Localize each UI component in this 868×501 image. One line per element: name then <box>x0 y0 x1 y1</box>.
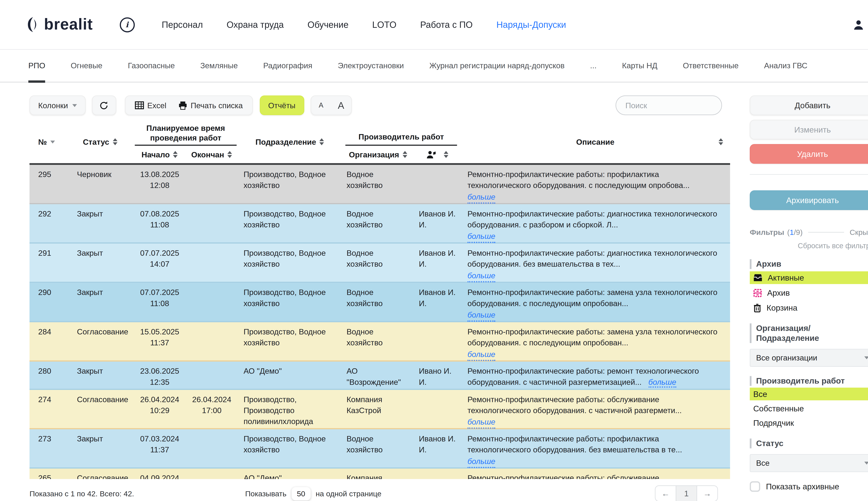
column-header-end[interactable]: Окончан <box>186 146 238 163</box>
font-size-toggle[interactable]: A A <box>310 95 352 115</box>
search-input[interactable] <box>616 95 722 115</box>
producer-option[interactable]: Собственные <box>750 402 868 415</box>
current-page[interactable]: 1 <box>675 486 697 501</box>
reports-button[interactable]: Отчёты <box>260 95 304 115</box>
organization-select-value: Все организации <box>756 353 817 362</box>
column-header-producer-person[interactable] <box>414 146 461 163</box>
tab-item[interactable]: Земляные <box>200 50 238 82</box>
description-header-label: Описание <box>576 137 614 146</box>
column-header-description[interactable]: Описание <box>461 120 730 163</box>
archive-button[interactable]: Архивировать <box>750 190 868 210</box>
sort-icon[interactable] <box>320 138 324 145</box>
status-select[interactable]: Все <box>750 454 868 472</box>
start-time: 11:37 <box>134 337 186 348</box>
table-row[interactable]: 280 Закрыт 23.06.2025 12:35 АО "Демо" <box>30 362 730 390</box>
table-row[interactable]: 290 Закрыт 07.07.2025 11:08 Производство… <box>30 283 730 322</box>
column-header-organization[interactable]: Организация <box>342 146 414 163</box>
actions-and-filters-panel: Добавить Изменить Удалить Архивировать Ф… <box>750 95 868 501</box>
hide-filters-link[interactable]: Скрыть <box>849 228 868 237</box>
cell-organization: АО "Возрождение" <box>342 362 414 389</box>
font-small-option[interactable]: A <box>311 101 331 109</box>
sort-icon[interactable] <box>113 138 117 145</box>
status-select-value: Все <box>756 459 770 468</box>
tab-item[interactable]: Огневые <box>71 50 102 82</box>
cell-status: Согласование <box>66 390 134 429</box>
more-link[interactable]: больше <box>468 456 495 468</box>
add-button[interactable]: Добавить <box>750 95 868 115</box>
filter-section-organization: Организация/ Подразделение <box>750 323 868 343</box>
producer-option[interactable]: Все <box>750 387 868 400</box>
user-profile-icon[interactable] <box>852 18 865 31</box>
more-link[interactable]: больше <box>468 349 495 361</box>
nav-item[interactable]: Охрана труда <box>227 20 284 30</box>
tab-item[interactable]: РПО <box>28 50 45 82</box>
nav-item[interactable]: Работа с ПО <box>420 20 473 30</box>
sort-icon[interactable] <box>444 151 448 158</box>
table-row[interactable]: 284 Согласование 15.05.2025 11:37 Произв… <box>30 322 730 362</box>
reset-filters-link[interactable]: Сбросить все фильтры <box>750 242 868 250</box>
more-link[interactable]: больше <box>468 417 495 429</box>
info-icon[interactable]: i <box>119 17 134 32</box>
tab-item[interactable]: Радиография <box>263 50 312 82</box>
next-page-button[interactable]: → <box>696 486 718 501</box>
tab-item[interactable]: Карты НД <box>622 50 657 82</box>
tab-item[interactable]: Электроустановки <box>338 50 404 82</box>
filter-item-active[interactable]: Активные <box>750 271 868 284</box>
tab-item[interactable]: Журнал регистрации наряд-допусков <box>429 50 564 82</box>
description-text: Ремонтно-профилактические работы: диагно… <box>468 210 717 229</box>
sort-icon[interactable] <box>228 151 232 158</box>
filter-item-archive[interactable]: Архив <box>750 286 868 299</box>
nav-item[interactable]: Наряды-Допуски <box>496 20 566 30</box>
column-header-status[interactable]: Статус <box>66 120 134 163</box>
cell-number: 290 <box>30 283 66 322</box>
tab-item[interactable]: Ответственные <box>683 50 738 82</box>
print-list-button[interactable]: Печать списка <box>178 101 243 110</box>
column-header-start[interactable]: Начало <box>134 146 186 163</box>
main-navigation: ПерсоналОхрана трудаОбучениеLOTOРабота с… <box>162 20 566 30</box>
producer-option[interactable]: Подрядчик <box>750 417 868 429</box>
refresh-button[interactable] <box>92 95 116 115</box>
nav-item[interactable]: Персонал <box>162 20 203 30</box>
cell-organization: Водное хозяйство <box>342 283 414 322</box>
table-row[interactable]: 292 Закрыт 07.08.2025 11:08 Производство… <box>30 204 730 244</box>
font-large-option[interactable]: A <box>331 100 351 111</box>
more-link[interactable]: больше <box>468 231 495 243</box>
organization-select[interactable]: Все организации <box>750 349 868 367</box>
sort-icon[interactable] <box>403 151 407 158</box>
cell-department: Производство, Производство поливинилхлор… <box>238 390 342 429</box>
more-link[interactable]: больше <box>468 310 495 322</box>
cell-organization: Компания КазСтрой <box>342 390 414 429</box>
tab-item[interactable]: ... <box>590 50 597 82</box>
nav-item[interactable]: LOTO <box>372 20 396 30</box>
table-row[interactable]: 273 Закрыт 07.03.2024 11:37 Производство… <box>30 429 730 469</box>
more-link[interactable]: больше <box>468 191 495 204</box>
column-header-number[interactable]: № <box>30 120 66 163</box>
more-link[interactable]: больше <box>468 270 495 282</box>
table-row[interactable]: 295 Черновик 13.08.2025 12:08 Производст… <box>30 165 730 204</box>
edit-button[interactable]: Изменить <box>750 120 868 139</box>
excel-export-button[interactable]: Excel <box>134 101 166 110</box>
cell-department: Производство, Водное хозяйство <box>238 244 342 282</box>
prev-page-button[interactable]: ← <box>655 486 676 501</box>
filter-item-trash[interactable]: Корзина <box>750 301 868 314</box>
table-row[interactable]: 291 Закрыт 07.07.2025 14:07 Производство… <box>30 244 730 283</box>
delete-button[interactable]: Удалить <box>750 144 868 164</box>
sort-icon[interactable] <box>173 151 178 158</box>
brand-logo[interactable]: brealit <box>26 15 93 33</box>
more-link[interactable]: больше <box>648 378 676 388</box>
page-size-value[interactable]: 50 <box>292 487 310 500</box>
column-header-department[interactable]: Подразделение <box>238 120 342 163</box>
tab-item[interactable]: Газоопасные <box>128 50 175 82</box>
cell-description: Ремонтно-профилактические работы: профил… <box>461 429 730 468</box>
cell-department: Производство, Водное хозяйство <box>238 283 342 322</box>
table-row[interactable]: 265 Согласование 04.09.2024 АО "Демо" <box>30 469 730 479</box>
columns-button[interactable]: Колонки <box>30 95 85 115</box>
cell-status: Черновик <box>66 165 134 204</box>
cell-end <box>186 283 238 322</box>
sort-icon[interactable] <box>718 138 723 145</box>
status-header-label: Статус <box>83 137 109 146</box>
table-row[interactable]: 274 Согласование 26.04.2024 10:29 26.04.… <box>30 390 730 429</box>
tab-item[interactable]: Анализ ГВС <box>764 50 807 82</box>
show-archived-checkbox[interactable] <box>750 481 760 492</box>
nav-item[interactable]: Обучение <box>307 20 349 30</box>
